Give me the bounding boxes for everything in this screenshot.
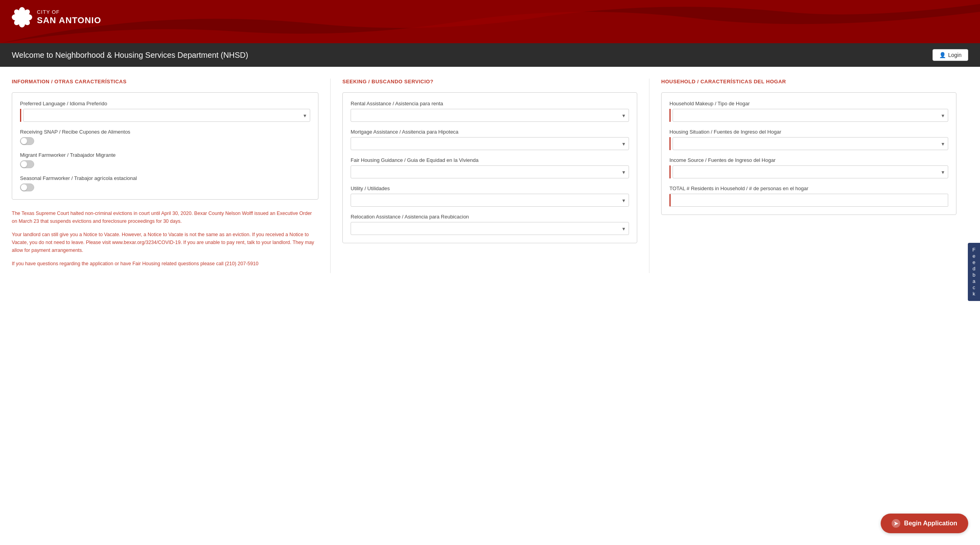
income-source-select[interactable]: Employment Disability — [673, 165, 948, 178]
information-heading: INFORMATION / OTRAS CARACTERÍSTICAS — [12, 79, 318, 84]
city-of-label: CITY OF — [37, 9, 101, 15]
seasonal-farmworker-toggle-wrapper — [20, 184, 310, 191]
san-antonio-label: SAN ANTONIO — [37, 15, 101, 26]
preferred-language-select[interactable]: English Spanish / Español — [23, 109, 310, 122]
household-makeup-group: Household Makeup / Tipo de Hogar Single … — [669, 101, 948, 122]
feedback-tab-container: Feedback — [968, 243, 980, 303]
mortgage-assistance-label: Mortgage Assistance / Assitencia para Hi… — [351, 129, 629, 135]
receiving-snap-group: Receiving SNAP / Recibe Cupones de Alime… — [20, 129, 310, 145]
housing-situation-group: Housing Situation / Fuentes de Ingreso d… — [669, 129, 948, 150]
information-card: Preferred Language / Idioma Preferido En… — [12, 92, 318, 200]
nav-title: Welcome to Neighborhood & Housing Servic… — [12, 51, 248, 60]
header-banner: CITY OF SAN ANTONIO — [0, 0, 980, 43]
total-residents-label: TOTAL # Residents in Household / # de pe… — [669, 185, 948, 191]
relocation-assistance-select[interactable]: Yes No — [351, 222, 629, 235]
preferred-language-label: Preferred Language / Idioma Preferido — [20, 101, 310, 106]
housing-situation-select-wrapper[interactable]: Renting Owning — [673, 137, 948, 150]
information-section: INFORMATION / OTRAS CARACTERÍSTICAS Pref… — [12, 79, 331, 273]
seasonal-farmworker-group: Seasonal Farmworker / Trabajor agrícola … — [20, 175, 310, 191]
household-heading: HOUSEHOLD / CARACTERÍSTICAS DEL HOGAR — [661, 79, 956, 84]
city-logo — [12, 7, 32, 28]
migrant-farmworker-toggle[interactable] — [20, 160, 34, 168]
fair-housing-label: Fair Housing Guidance / Guia de Equidad … — [351, 157, 629, 163]
income-source-group: Income Source / Fuentes de Ingreso del H… — [669, 157, 948, 178]
fair-housing-select-wrapper[interactable]: Yes No — [351, 165, 629, 178]
utility-select-wrapper[interactable]: Yes No — [351, 194, 629, 207]
relocation-assistance-label: Relocation Assistance / Asistencia para … — [351, 214, 629, 220]
utility-select[interactable]: Yes No — [351, 194, 629, 207]
seasonal-farmworker-toggle[interactable] — [20, 184, 34, 191]
begin-application-label: Begin Application — [904, 520, 957, 527]
rental-assistance-select[interactable]: Yes No — [351, 109, 629, 122]
login-button[interactable]: 👤 Login — [932, 49, 968, 61]
user-icon: 👤 — [939, 52, 946, 58]
arrow-right-icon: ➤ — [892, 519, 900, 528]
total-residents-group: TOTAL # Residents in Household / # de pe… — [669, 185, 948, 207]
household-makeup-label: Household Makeup / Tipo de Hogar — [669, 101, 948, 106]
receiving-snap-toggle[interactable] — [20, 137, 34, 145]
fair-housing-select[interactable]: Yes No — [351, 165, 629, 178]
income-source-label: Income Source / Fuentes de Ingreso del H… — [669, 157, 948, 163]
rental-assistance-label: Rental Assistance / Asistencia para rent… — [351, 101, 629, 106]
migrant-farmworker-toggle-wrapper — [20, 160, 310, 168]
migrant-farmworker-label: Migrant Farmworker / Trabajador Migrante — [20, 152, 310, 158]
mortgage-assistance-select[interactable]: Yes No — [351, 137, 629, 150]
household-section: HOUSEHOLD / CARACTERÍSTICAS DEL HOGAR Ho… — [649, 79, 968, 273]
seeking-card: Rental Assistance / Asistencia para rent… — [342, 92, 637, 243]
nav-bar: Welcome to Neighborhood & Housing Servic… — [0, 43, 980, 67]
info-text-1: The Texas Supreme Court halted non-crimi… — [12, 209, 318, 225]
household-makeup-select[interactable]: Single Family — [673, 109, 948, 122]
receiving-snap-label: Receiving SNAP / Recibe Cupones de Alime… — [20, 129, 310, 135]
mortgage-assistance-select-wrapper[interactable]: Yes No — [351, 137, 629, 150]
info-text-3: If you have questions regarding the appl… — [12, 260, 318, 268]
total-residents-input[interactable] — [669, 194, 948, 207]
relocation-assistance-select-wrapper[interactable]: Yes No — [351, 222, 629, 235]
rental-assistance-group: Rental Assistance / Asistencia para rent… — [351, 101, 629, 122]
logo-area: CITY OF SAN ANTONIO — [12, 7, 101, 28]
columns-wrapper: INFORMATION / OTRAS CARACTERÍSTICAS Pref… — [12, 79, 968, 273]
utility-label: Utility / Utilidades — [351, 185, 629, 191]
relocation-assistance-group: Relocation Assistance / Asistencia para … — [351, 214, 629, 235]
housing-situation-label: Housing Situation / Fuentes de Ingreso d… — [669, 129, 948, 135]
rental-assistance-select-wrapper[interactable]: Yes No — [351, 109, 629, 122]
fair-housing-group: Fair Housing Guidance / Guia de Equidad … — [351, 157, 629, 178]
household-makeup-select-wrapper[interactable]: Single Family — [673, 109, 948, 122]
begin-application-button[interactable]: ➤ Begin Application — [881, 514, 968, 533]
utility-group: Utility / Utilidades Yes No — [351, 185, 629, 207]
seasonal-farmworker-label: Seasonal Farmworker / Trabajor agrícola … — [20, 175, 310, 181]
seeking-section: SEEKING / BUSCANDO SERVICIO? Rental Assi… — [331, 79, 649, 273]
receiving-snap-toggle-wrapper — [20, 137, 310, 145]
logo-text: CITY OF SAN ANTONIO — [37, 9, 101, 26]
login-label: Login — [948, 52, 962, 58]
feedback-button[interactable]: Feedback — [968, 243, 980, 301]
preferred-language-select-wrapper[interactable]: English Spanish / Español — [23, 109, 310, 122]
info-text-2: Your landlord can still give you a Notic… — [12, 231, 318, 254]
seeking-heading: SEEKING / BUSCANDO SERVICIO? — [342, 79, 637, 84]
housing-situation-select[interactable]: Renting Owning — [673, 137, 948, 150]
preferred-language-group: Preferred Language / Idioma Preferido En… — [20, 101, 310, 122]
migrant-farmworker-group: Migrant Farmworker / Trabajador Migrante — [20, 152, 310, 168]
income-source-select-wrapper[interactable]: Employment Disability — [673, 165, 948, 178]
info-text-section: The Texas Supreme Court halted non-crimi… — [12, 209, 318, 268]
main-content: INFORMATION / OTRAS CARACTERÍSTICAS Pref… — [0, 67, 980, 545]
household-card: Household Makeup / Tipo de Hogar Single … — [661, 92, 956, 215]
mortgage-assistance-group: Mortgage Assistance / Assitencia para Hi… — [351, 129, 629, 150]
